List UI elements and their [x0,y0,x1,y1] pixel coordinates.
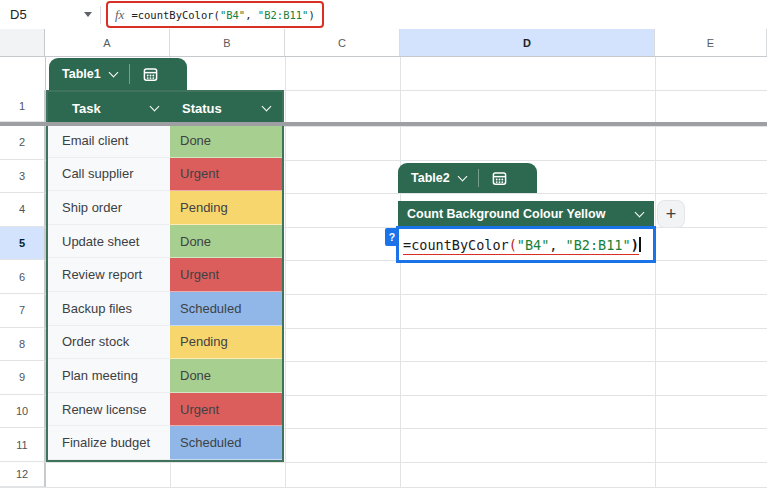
chevron-down-icon [457,172,467,182]
row-header-1[interactable]: 1 [0,90,45,122]
fx-icon: fx [115,7,124,23]
formula-arg2: "B2:B11" [258,9,309,21]
formula-separator: , [549,237,565,253]
table-row: Renew licenseUrgent [48,393,282,427]
chevron-down-icon[interactable] [635,208,645,218]
row-header-5[interactable]: 5 [0,227,45,261]
status-cell[interactable]: Scheduled [170,426,282,460]
frozen-row-divider[interactable] [0,122,767,126]
formula-annotation-box: fx =countByColor("B4", "B2:B11") [106,1,324,28]
table-name: Table1 [62,67,101,81]
column-label: Status [182,101,222,116]
status-cell[interactable]: Done [170,124,282,158]
google-sheets-app: D5 fx =countByColor("B4", "B2:B11") ABCD… [0,0,767,488]
table2-header-cell[interactable]: Count Background Colour Yellow [398,201,654,227]
task-cell[interactable]: Renew license [48,393,170,427]
formula-paren: ( [509,237,517,253]
table-row: Review reportUrgent [48,258,282,292]
table1-rows: Email clientDoneCall supplierUrgentShip … [48,124,282,460]
table2-chip[interactable]: Table2 [398,163,537,193]
task-cell[interactable]: Call supplier [48,158,170,192]
column-header-a[interactable]: A [45,29,170,56]
table-name: Table2 [411,171,450,185]
row-header-3[interactable]: 3 [0,160,45,194]
table1-header-status[interactable]: Status [170,92,282,124]
table-grid-icon[interactable] [130,58,171,90]
table-row: Call supplierUrgent [48,158,282,192]
row-header-9[interactable]: 9 [0,361,45,395]
table1-chip[interactable]: Table1 [49,58,187,90]
row-header-12[interactable]: 12 [0,462,45,487]
table-chip-menu[interactable]: Table2 [398,163,478,193]
formula-help-badge[interactable]: ? [385,228,399,246]
status-cell[interactable]: Done [170,225,282,259]
status-cell[interactable]: Pending [170,326,282,360]
add-column-button[interactable]: + [658,201,684,227]
column-header-b[interactable]: B [170,29,285,56]
task-cell[interactable]: Update sheet [48,225,170,259]
status-cell[interactable]: Urgent [170,393,282,427]
formula-function: =countByColor [403,237,509,253]
status-cell[interactable]: Urgent [170,158,282,192]
text-cursor [639,237,641,252]
formula-input[interactable]: =countByColor("B4", "B2:B11") [131,9,314,21]
column-header-c[interactable]: C [285,29,400,56]
row-header-2[interactable]: 2 [0,126,45,160]
row-header-6[interactable]: 6 [0,260,45,294]
task-cell[interactable]: Backup files [48,292,170,326]
table-row: Order stockPending [48,326,282,360]
cell-formula-editor[interactable]: =countByColor("B4", "B2:B11") [403,237,641,253]
chevron-down-icon[interactable] [150,102,160,112]
column-header-e[interactable]: E [655,29,767,56]
row-header-4[interactable]: 4 [0,193,45,227]
task-cell[interactable]: Email client [48,124,170,158]
table-grid-icon[interactable] [479,163,520,193]
chevron-down-icon [108,68,118,78]
table-row: Email clientDone [48,124,282,158]
formula-arg1: "B4" [220,9,245,21]
row-header-7[interactable]: 7 [0,294,45,328]
task-cell[interactable]: Review report [48,258,170,292]
formula-paren: ) [631,237,639,253]
table1-header-row: Task Status [48,92,282,124]
status-cell[interactable]: Pending [170,191,282,225]
table1-header-task[interactable]: Task [48,92,170,124]
table1: Task Status Email clientDoneCall supplie… [46,90,284,462]
chevron-down-icon[interactable] [262,102,272,112]
column-headers: ABCDE [0,29,767,57]
status-cell[interactable]: Done [170,359,282,393]
formula-paren: ) [308,9,314,21]
table-chip-menu[interactable]: Table1 [49,58,129,90]
table-row: Ship orderPending [48,191,282,225]
formula-arg2: "B2:B11" [566,237,631,253]
task-cell[interactable]: Finalize budget [48,426,170,460]
formula-separator: , [245,9,258,21]
table-row: Finalize budgetScheduled [48,426,282,460]
select-all-corner[interactable] [0,29,45,56]
formula-arg1: "B4" [517,237,550,253]
name-box[interactable]: D5 [0,0,100,29]
dropdown-arrow-icon[interactable] [84,12,92,17]
status-cell[interactable]: Scheduled [170,292,282,326]
table-row: Plan meetingDone [48,359,282,393]
row-header-8[interactable]: 8 [0,328,45,362]
column-header-d[interactable]: D [400,29,655,56]
task-cell[interactable]: Ship order [48,191,170,225]
table-row: Update sheetDone [48,225,282,259]
gridline [0,462,767,463]
cell-reference: D5 [10,7,27,22]
column-label: Count Background Colour Yellow [407,207,605,221]
column-label: Task [72,101,101,116]
row-header-10[interactable]: 10 [0,395,45,429]
status-cell[interactable]: Urgent [170,258,282,292]
formula-bar: D5 fx =countByColor("B4", "B2:B11") [0,0,767,30]
task-cell[interactable]: Plan meeting [48,359,170,393]
active-cell-d5[interactable]: ? =countByColor("B4", "B2:B11") [396,226,656,263]
task-cell[interactable]: Order stock [48,326,170,360]
row-header-11[interactable]: 11 [0,428,45,462]
table-row: Backup filesScheduled [48,292,282,326]
divider [100,6,101,24]
formula-function: =countByColor [131,9,213,21]
